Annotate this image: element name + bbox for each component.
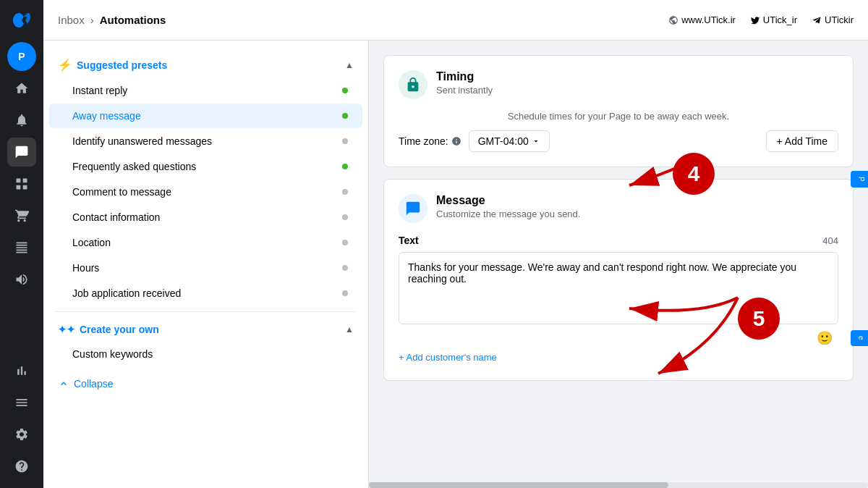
header: Inbox › Automations www.UTick.ir UTick_i… — [43, 0, 868, 41]
icon-bar: P — [0, 0, 43, 488]
schedule-text: Schedule times for your Page to be away … — [399, 111, 838, 122]
bolt-icon: ⚡ — [58, 58, 72, 72]
sidebar-item-comment-to-message[interactable]: Comment to message — [49, 180, 362, 204]
megaphone-nav[interactable] — [7, 265, 36, 294]
bell-nav[interactable] — [7, 106, 36, 135]
bar-chart-nav[interactable] — [7, 356, 36, 385]
timing-icon — [399, 70, 427, 99]
timing-card: Timing Sent instantly Schedule times for… — [383, 55, 854, 167]
breadcrumb-sep: › — [90, 14, 94, 26]
instant-reply-label: Instant reply — [72, 85, 127, 96]
timezone-select[interactable]: GMT-04:00 — [469, 130, 550, 152]
message-title: Message — [436, 194, 580, 207]
section-title: ⚡ Suggested presets — [58, 58, 167, 72]
collapse-button[interactable]: Collapse — [43, 372, 368, 395]
text-label-row: Text 404 — [399, 235, 838, 246]
cart-nav[interactable] — [7, 201, 36, 230]
breadcrumb: Inbox › Automations — [58, 14, 166, 26]
status-dot-green — [342, 88, 348, 93]
website-link[interactable]: www.UTick.ir — [668, 14, 736, 25]
status-dot-gray-loc — [342, 240, 348, 245]
location-label: Location — [72, 237, 111, 248]
table-nav[interactable] — [7, 233, 36, 262]
char-count: 404 — [822, 235, 838, 246]
status-dot-gray-job — [342, 290, 348, 296]
lines-nav[interactable] — [7, 388, 36, 417]
timing-title: Timing — [436, 70, 493, 83]
faq-label: Frequently asked questions — [72, 161, 196, 172]
sidebar-item-instant-reply[interactable]: Instant reply — [49, 78, 362, 103]
create-section-title: ✦✦ Create your own — [58, 324, 159, 335]
add-customer-name-button[interactable]: + Add customer's name — [399, 349, 838, 366]
telegram-link[interactable]: UTickir — [812, 14, 854, 25]
sidebar-item-job-application[interactable]: Job application received — [49, 281, 362, 306]
content-row: ⚡ Suggested presets ▲ Instant reply Away… — [43, 41, 868, 488]
contact-information-label: Contact information — [72, 211, 160, 223]
meta-logo — [9, 7, 35, 33]
breadcrumb-current: Automations — [100, 14, 166, 26]
timezone-row: Time zone: GMT-04:00 + Add Time — [399, 130, 838, 152]
panel-wrapper: Timing Sent instantly Schedule times for… — [369, 41, 868, 488]
header-right: www.UTick.ir UTick_ir UTickir — [668, 14, 854, 25]
sidebar-item-faq[interactable]: Frequently asked questions — [49, 154, 362, 179]
horizontal-scrollbar[interactable] — [369, 482, 868, 488]
chevron-up-icon-2: ▲ — [345, 324, 354, 335]
message-card-text: Message Customize the message you send. — [436, 194, 580, 219]
breadcrumb-inbox[interactable]: Inbox — [58, 14, 85, 26]
custom-keywords-label: Custom keywords — [72, 348, 153, 360]
message-icon — [399, 194, 427, 223]
status-dot-gray-hr — [342, 265, 348, 271]
divider — [55, 311, 357, 312]
add-time-button[interactable]: + Add Time — [766, 130, 838, 152]
message-card: Message Customize the message you send. … — [383, 179, 854, 381]
create-your-own-header[interactable]: ✦✦ Create your own ▲ — [43, 318, 368, 341]
status-dot-gray-ci — [342, 214, 348, 220]
scrollbar-thumb[interactable] — [369, 482, 668, 488]
sidebar-item-identify-unanswered[interactable]: Identify unanswered messages — [49, 129, 362, 153]
settings-nav[interactable] — [7, 420, 36, 449]
message-subtitle: Customize the message you send. — [436, 209, 580, 219]
sidebar-item-hours[interactable]: Hours — [49, 256, 362, 280]
right-tab-bottom[interactable]: e — [851, 330, 868, 346]
sidebar-item-away-message[interactable]: Away message — [49, 104, 362, 128]
right-tab-top[interactable]: P — [851, 171, 868, 188]
sidebar-item-location[interactable]: Location — [49, 230, 362, 255]
status-dot-gray-ctm — [342, 189, 348, 195]
grid-nav[interactable] — [7, 169, 36, 198]
hours-label: Hours — [72, 262, 99, 274]
text-label: Text — [399, 235, 419, 246]
sidebar-item-contact-information[interactable]: Contact information — [49, 205, 362, 230]
chat-nav[interactable] — [7, 138, 36, 167]
user-avatar[interactable]: P — [7, 42, 36, 71]
sparkle-icon: ✦✦ — [58, 324, 75, 335]
emoji-row: 🙂 — [399, 327, 838, 349]
status-dot-green — [342, 113, 348, 119]
identify-unanswered-label: Identify unanswered messages — [72, 135, 212, 147]
sidebar-item-custom-keywords[interactable]: Custom keywords — [49, 342, 362, 366]
timezone-label: Time zone: — [399, 135, 461, 147]
status-dot-gray — [342, 138, 348, 144]
timing-card-header: Timing Sent instantly — [399, 70, 838, 99]
main-panel: Timing Sent instantly Schedule times for… — [369, 41, 868, 407]
comment-to-message-label: Comment to message — [72, 186, 171, 198]
away-message-label: Away message — [72, 110, 141, 122]
home-nav[interactable] — [7, 74, 36, 103]
main-area: Inbox › Automations www.UTick.ir UTick_i… — [43, 0, 868, 488]
chevron-up-icon: ▲ — [345, 60, 354, 70]
collapse-label: Collapse — [74, 378, 113, 390]
status-dot-green-faq — [342, 164, 348, 169]
message-card-header: Message Customize the message you send. — [399, 194, 838, 223]
suggested-presets-header[interactable]: ⚡ Suggested presets ▲ — [43, 52, 368, 77]
timing-subtitle: Sent instantly — [436, 85, 493, 96]
help-nav[interactable] — [7, 452, 36, 481]
twitter-link[interactable]: UTick_ir — [750, 14, 797, 25]
emoji-button[interactable]: 🙂 — [817, 330, 833, 346]
job-application-label: Job application received — [72, 287, 181, 299]
timing-card-text: Timing Sent instantly — [436, 70, 493, 96]
message-textarea[interactable]: Thanks for your message. We're away and … — [399, 252, 838, 324]
sidebar: ⚡ Suggested presets ▲ Instant reply Away… — [43, 41, 369, 488]
